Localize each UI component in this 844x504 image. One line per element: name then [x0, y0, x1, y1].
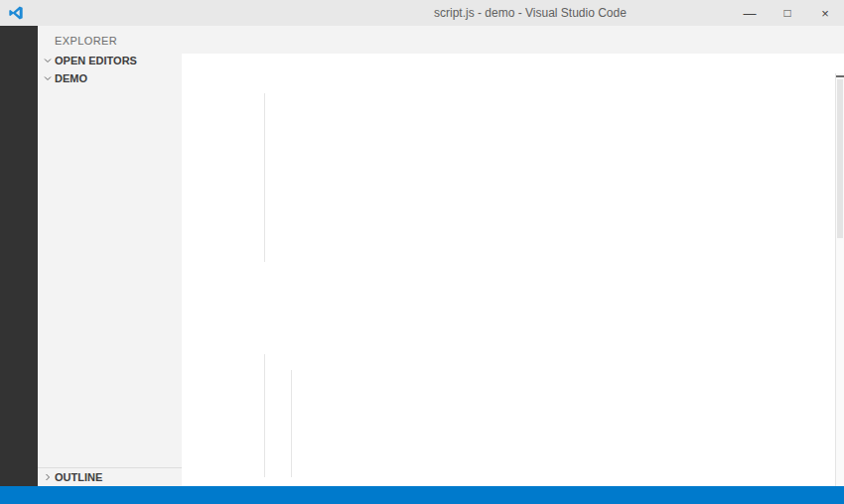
open-editors-header[interactable]: OPEN EDITORS	[38, 52, 182, 69]
outline-label: OUTLINE	[55, 471, 102, 483]
window-controls: — □ ×	[731, 0, 844, 26]
indent-guide	[264, 354, 265, 477]
chevron-down-icon	[41, 54, 55, 67]
activity-bar	[0, 26, 38, 486]
tab-bar	[182, 26, 844, 54]
close-button[interactable]: ×	[806, 0, 844, 26]
title-bar: script.js - demo - Visual Studio Code — …	[0, 0, 844, 26]
folder-label: DEMO	[55, 72, 87, 84]
editor-group	[182, 26, 844, 486]
indent-guide	[264, 93, 265, 263]
chevron-right-icon	[41, 470, 55, 484]
folder-header[interactable]: DEMO	[38, 69, 182, 87]
minimize-button[interactable]: —	[731, 0, 769, 26]
outline-header[interactable]: OUTLINE	[38, 467, 182, 486]
indent-guide	[291, 370, 292, 478]
vscode-logo-icon	[8, 4, 26, 22]
scrollbar-thumb[interactable]	[837, 79, 843, 238]
chevron-down-icon	[41, 71, 55, 85]
code-editor[interactable]	[182, 73, 844, 490]
vscode-window: { "window": { "title": "script.js - demo…	[0, 0, 844, 504]
status-bar	[0, 486, 844, 504]
editor-actions	[830, 26, 844, 54]
editor-scrollbar[interactable]	[835, 73, 844, 490]
overview-ruler-mark	[836, 75, 844, 77]
breadcrumbs	[182, 54, 844, 73]
open-editors-label: OPEN EDITORS	[55, 55, 137, 66]
explorer-sidebar: EXPLORER OPEN EDITORS DEMO OUTLINE	[38, 26, 182, 486]
sidebar-title: EXPLORER	[38, 26, 182, 52]
maximize-button[interactable]: □	[769, 0, 806, 26]
window-title: script.js - demo - Visual Studio Code	[434, 0, 627, 26]
